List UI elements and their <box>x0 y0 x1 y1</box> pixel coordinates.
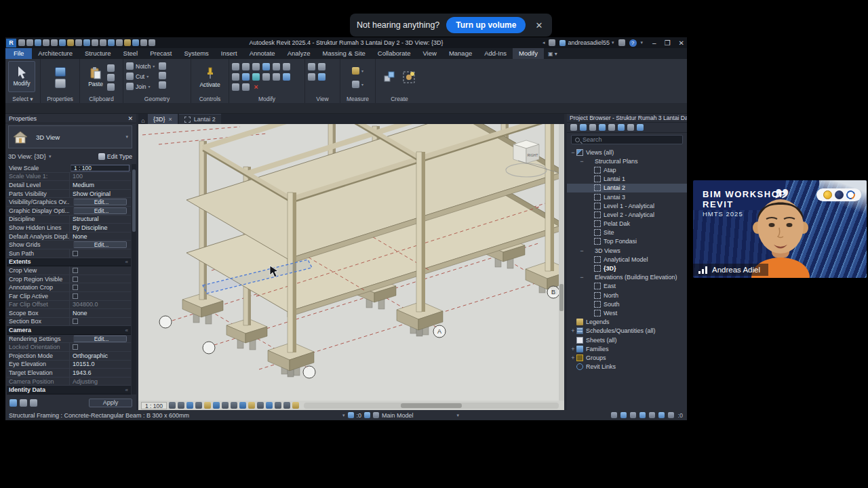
link-icon[interactable] <box>637 124 644 131</box>
property-row[interactable]: Default Analysis Displ...None <box>7 232 131 241</box>
restore-button[interactable]: ❐ <box>665 39 671 47</box>
ribbon-tab-manage[interactable]: Manage <box>443 48 478 59</box>
view-tab--3d-[interactable]: {3D}× <box>148 114 178 124</box>
home-icon[interactable]: ⌂ <box>138 117 148 124</box>
rotate-icon[interactable] <box>283 63 290 70</box>
property-checkbox[interactable] <box>69 283 131 291</box>
delete-icon[interactable]: × <box>252 83 260 92</box>
dimension-icon[interactable] <box>92 39 98 46</box>
ribbon-state-icon[interactable] <box>140 39 147 46</box>
pin-icon[interactable] <box>283 73 290 81</box>
property-checkbox[interactable] <box>69 343 131 351</box>
thin-lines-icon[interactable] <box>132 39 139 46</box>
customize-qat-icon[interactable] <box>149 39 155 46</box>
join-button[interactable]: Join▾ <box>126 81 155 92</box>
view-scale-button[interactable]: 1 : 100 <box>141 402 167 409</box>
tree-item-south[interactable]: South <box>567 300 687 308</box>
property-row[interactable]: Sun Path <box>7 249 131 258</box>
print-preview-icon[interactable] <box>75 39 82 46</box>
tree-expand-icon[interactable]: + <box>570 354 576 361</box>
ribbon-state-toggle-icon[interactable]: ▣ ▾ <box>548 51 557 57</box>
tree-item-north[interactable]: North <box>567 291 687 300</box>
property-row[interactable]: Locked Orientation <box>7 343 131 352</box>
tree-expand-icon[interactable]: − <box>578 247 585 254</box>
rendering-dialog-icon[interactable] <box>231 402 237 409</box>
property-checkbox[interactable] <box>69 266 131 274</box>
ribbon-tab-collaborate[interactable]: Collaborate <box>372 48 417 59</box>
model-canvas[interactable]: A B RIGHT <box>138 124 559 401</box>
notch-button[interactable]: Notch▾ <box>126 61 155 71</box>
tree-item-schedules-quantities-all-[interactable]: +Schedules/Quantities (all) <box>567 327 687 336</box>
temporary-hide-icon[interactable] <box>239 402 246 409</box>
ribbon-tab-analyze[interactable]: Analyze <box>281 48 317 59</box>
select-underlay-icon[interactable] <box>630 412 636 418</box>
family-types-icon[interactable] <box>55 79 66 88</box>
ribbon-tab-precast[interactable]: Precast <box>144 48 178 59</box>
type-selector[interactable]: 3D View ▾ <box>8 125 132 148</box>
copy-icon[interactable] <box>273 63 280 70</box>
tree-item-lantai-2[interactable]: Lantai 2 <box>567 184 687 192</box>
property-checkbox[interactable] <box>69 318 131 326</box>
ribbon-tab-modify[interactable]: Modify <box>513 48 544 59</box>
property-edit-button[interactable]: Edit... <box>73 336 127 342</box>
mirror-icon[interactable] <box>252 63 260 70</box>
ribbon-tab-systems[interactable]: Systems <box>178 48 214 59</box>
tree-item-top-fondasi[interactable]: Top Fondasi <box>567 237 687 246</box>
property-row[interactable]: Eye Elevation10151.0 <box>7 361 131 369</box>
property-row[interactable]: Section Box <box>7 318 131 327</box>
property-row[interactable]: Show Hidden LinesBy Discipline <box>7 224 131 232</box>
account-menu[interactable]: andreasadiel55 ▾ <box>559 39 614 46</box>
instance-chevron-icon[interactable]: ▾ <box>49 154 52 159</box>
property-row[interactable]: Rendering SettingsEdit... <box>7 335 131 344</box>
filter-icon[interactable] <box>668 412 674 418</box>
ribbon-tab-massing-site[interactable]: Massing & Site <box>316 48 371 59</box>
select-pins-icon[interactable] <box>620 412 627 418</box>
hide-elements-icon[interactable] <box>318 73 326 81</box>
crop-region-icon[interactable] <box>222 402 229 409</box>
hide-category-icon[interactable] <box>318 63 326 70</box>
activate-controls-button[interactable]: Activate <box>194 61 226 94</box>
paint-icon[interactable] <box>159 81 166 89</box>
home-icon[interactable] <box>570 124 577 131</box>
displaced-elements-icon[interactable] <box>275 402 281 409</box>
tree-item--3d-[interactable]: {3D} <box>567 264 687 272</box>
tree-item-site[interactable]: Site <box>567 228 687 237</box>
expand-view-bar-icon[interactable] <box>292 402 299 409</box>
type-selector-chevron-icon[interactable]: ▾ <box>125 134 128 140</box>
property-checkbox[interactable] <box>69 292 131 300</box>
trim-corner-icon[interactable] <box>232 83 239 91</box>
tree-expand-icon[interactable]: − <box>578 158 585 165</box>
file-tabs-icon[interactable] <box>18 39 25 46</box>
view-tab-lantai-2[interactable]: Lantai 2 <box>179 114 221 124</box>
property-row[interactable]: Scope BoxNone <box>7 309 131 318</box>
property-row[interactable]: Detail LevelMedium <box>7 181 131 190</box>
property-edit-button[interactable]: Edit... <box>73 199 127 205</box>
tree-item-structural-plans[interactable]: −Structural Plans <box>567 157 687 165</box>
ribbon-tab-file[interactable]: File <box>5 48 32 59</box>
wall-opening-icon[interactable] <box>159 62 166 70</box>
dimension-button[interactable]: ▾ <box>352 79 363 89</box>
edit-type-button[interactable]: Edit Type <box>98 153 132 160</box>
reveal-hidden-icon[interactable] <box>248 402 255 409</box>
scale-icon[interactable] <box>262 73 270 81</box>
browser-search-input[interactable]: Search <box>571 135 683 144</box>
sync-icon[interactable] <box>43 39 50 46</box>
visual-style-icon[interactable] <box>178 402 184 409</box>
cut-to-clipboard-icon[interactable] <box>107 64 115 72</box>
editable-only-icon[interactable] <box>348 412 354 418</box>
open-icon[interactable] <box>26 39 33 46</box>
copy-to-clipboard-icon[interactable] <box>107 74 115 81</box>
tree-item-revit-links[interactable]: Revit Links <box>567 363 687 371</box>
groups-icon[interactable] <box>618 124 625 131</box>
canvas-horizontal-scrollbar[interactable] <box>304 403 559 409</box>
property-edit-button[interactable]: Edit... <box>73 241 127 248</box>
sort-descending-icon[interactable] <box>30 399 37 407</box>
property-row[interactable]: View Scale1 : 100 <box>7 164 131 173</box>
revit-logo[interactable]: R <box>6 39 16 47</box>
align-icon[interactable] <box>232 63 239 70</box>
offset-icon[interactable] <box>242 63 250 70</box>
tree-expand-icon[interactable]: + <box>570 346 576 352</box>
unpin-icon[interactable] <box>273 73 280 81</box>
app-store-icon[interactable] <box>618 39 625 46</box>
options-icon[interactable] <box>658 412 665 418</box>
